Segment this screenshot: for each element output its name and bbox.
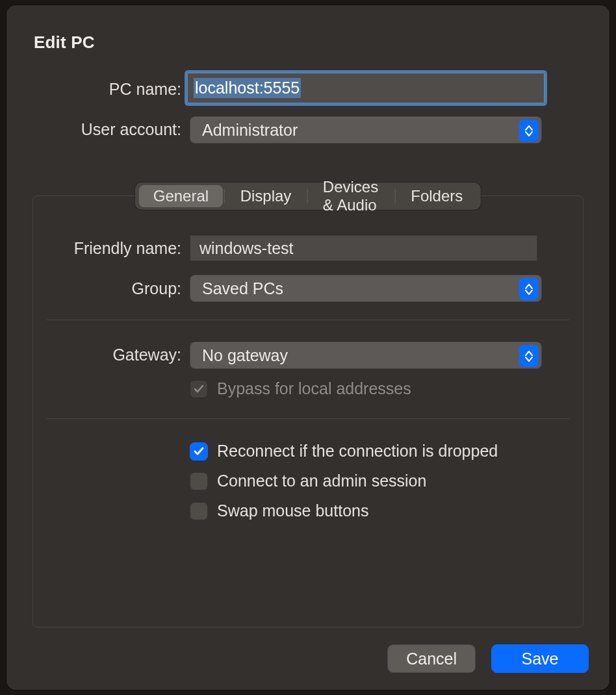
updown-icon xyxy=(519,120,539,142)
tab-bar: General Display Devices & Audio Folders xyxy=(135,183,481,210)
updown-icon xyxy=(519,345,539,367)
tab-general[interactable]: General xyxy=(139,185,223,207)
reconnect-checkbox-row[interactable]: Reconnect if the connection is dropped xyxy=(190,442,498,461)
group-value: Saved PCs xyxy=(202,279,283,298)
pc-name-value: localhost:5555 xyxy=(194,78,301,98)
tab-devices-audio[interactable]: Devices & Audio xyxy=(309,185,394,207)
friendly-name-label: Friendly name: xyxy=(6,239,181,258)
dialog-footer: Cancel Save xyxy=(387,644,589,673)
friendly-name-input[interactable]: windows-test xyxy=(190,235,537,261)
divider xyxy=(47,320,569,320)
admin-checkbox[interactable] xyxy=(190,472,208,490)
group-select[interactable]: Saved PCs xyxy=(190,275,542,302)
user-account-label: User account: xyxy=(6,120,181,139)
user-account-select[interactable]: Administrator xyxy=(190,116,542,144)
tab-folders[interactable]: Folders xyxy=(396,185,477,207)
bypass-checkbox-row: Bypass for local addresses xyxy=(190,379,411,398)
group-label: Group: xyxy=(6,279,181,298)
pc-name-input[interactable]: localhost:5555 xyxy=(187,73,545,103)
divider xyxy=(47,418,569,419)
pc-name-label: PC name: xyxy=(6,80,181,99)
dialog-title: Edit PC xyxy=(34,32,95,53)
reconnect-checkbox[interactable] xyxy=(190,442,208,461)
gateway-value: No gateway xyxy=(202,346,288,365)
admin-label: Connect to an admin session xyxy=(217,472,426,490)
bypass-checkbox xyxy=(190,380,208,398)
updown-icon xyxy=(519,278,539,300)
friendly-name-value: windows-test xyxy=(199,239,294,258)
cancel-button[interactable]: Cancel xyxy=(387,644,476,673)
edit-pc-dialog: Edit PC PC name: localhost:5555 User acc… xyxy=(6,5,610,690)
admin-checkbox-row[interactable]: Connect to an admin session xyxy=(190,472,426,490)
swap-checkbox[interactable] xyxy=(190,502,208,520)
reconnect-label: Reconnect if the connection is dropped xyxy=(217,442,498,461)
gateway-label: Gateway: xyxy=(6,346,181,364)
user-account-value: Administrator xyxy=(202,121,298,140)
gateway-select[interactable]: No gateway xyxy=(190,342,542,369)
swap-checkbox-row[interactable]: Swap mouse buttons xyxy=(190,501,368,520)
save-button[interactable]: Save xyxy=(491,644,589,673)
bypass-label: Bypass for local addresses xyxy=(217,379,411,398)
tab-display[interactable]: Display xyxy=(226,185,306,207)
swap-label: Swap mouse buttons xyxy=(217,501,368,520)
